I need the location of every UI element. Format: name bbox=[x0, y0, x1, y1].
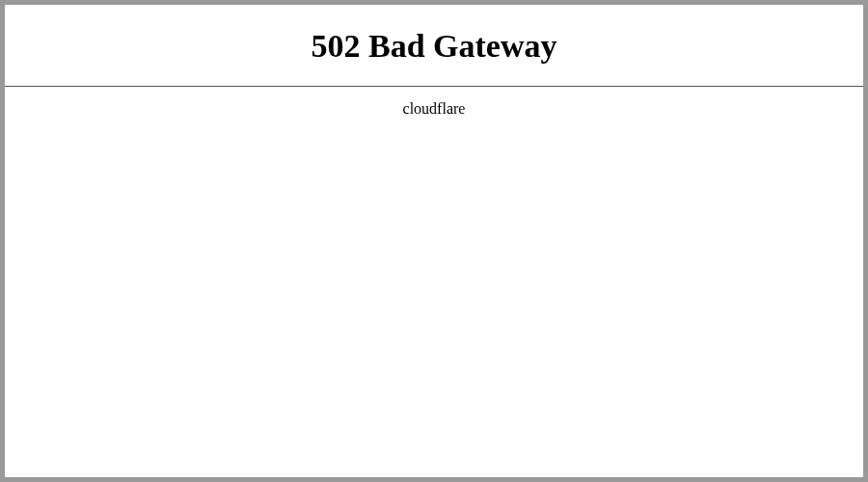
error-page: 502 Bad Gateway cloudflare bbox=[5, 5, 863, 477]
provider-label: cloudflare bbox=[5, 87, 863, 118]
error-heading: 502 Bad Gateway bbox=[5, 5, 863, 86]
